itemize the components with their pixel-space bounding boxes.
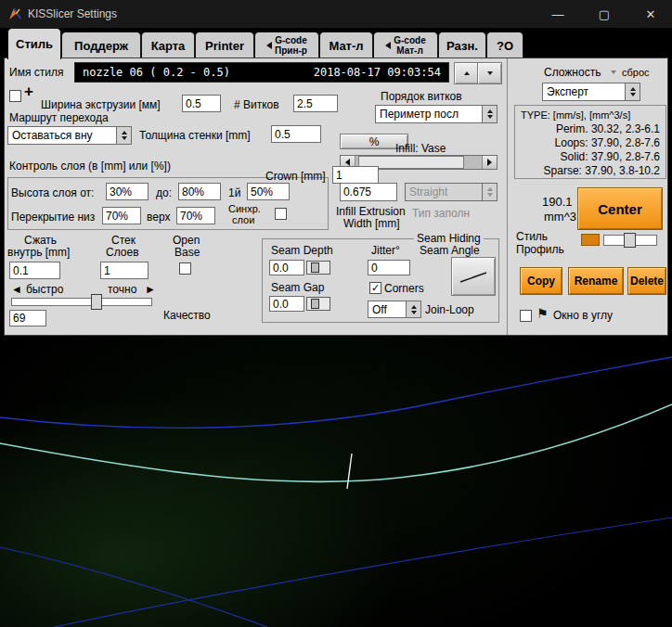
seam-gap-slider[interactable]: [306, 297, 330, 311]
corner-window-checkbox[interactable]: [520, 310, 532, 322]
num-loops-label: # Витков: [234, 98, 279, 111]
tab-partial[interactable]: ?О: [486, 32, 523, 58]
close-button[interactable]: ✕: [629, 0, 672, 28]
layer-to-label: до:: [156, 186, 172, 199]
fine-label: точно: [108, 283, 136, 296]
stack-input[interactable]: [100, 262, 149, 279]
flag-icon: ⚑: [536, 306, 549, 321]
rename-button[interactable]: Rename: [568, 267, 624, 295]
up-arrow-icon: [464, 71, 470, 75]
crown-input[interactable]: [332, 166, 379, 184]
seam-depth-input[interactable]: [269, 260, 304, 275]
tab-style-label: Стиль: [16, 37, 53, 51]
tab-matrix[interactable]: Карта: [141, 32, 195, 58]
corners-checkbox[interactable]: ✓: [369, 282, 381, 294]
infill-extrusion-input[interactable]: [340, 183, 397, 201]
join-loop-combo[interactable]: Off: [368, 301, 421, 318]
tab-style[interactable]: Стиль: [7, 28, 61, 59]
overlap-low-input[interactable]: [102, 207, 141, 224]
jitter-input[interactable]: [368, 260, 410, 275]
style-profile-slider-thumb[interactable]: [624, 233, 636, 248]
overlap-low-label: Перекрытие низ: [11, 211, 95, 224]
jitter-label: Jitter°: [371, 244, 400, 257]
tab-support[interactable]: Поддерж: [61, 32, 141, 58]
extrusion-width-label: Ширина экструзии [мм]: [41, 98, 161, 111]
seam-depth-slider[interactable]: [306, 261, 330, 275]
maximize-button[interactable]: ▢: [583, 0, 626, 28]
quality-slider-thumb[interactable]: [91, 294, 102, 310]
stack-label2: Слоев: [106, 246, 139, 259]
style-name-combo[interactable]: nozzle 06 ( 0.2 - 0.5) 2018-08-17 09:03:…: [74, 62, 449, 83]
tab-misc[interactable]: Разн.: [438, 32, 486, 58]
style-spin-down-button[interactable]: [477, 62, 502, 84]
tab-gcode-printer[interactable]: G-code Прин-р: [254, 32, 319, 58]
tab-matrix-label: Карта: [151, 39, 186, 53]
tab-material[interactable]: Мат-л: [319, 32, 373, 58]
tab-arrow-icon: [385, 42, 391, 49]
fast-arrow-icon[interactable]: ◄: [11, 283, 22, 296]
fast-label: быстро: [26, 283, 63, 296]
join-loop-label: Join-Loop: [425, 303, 474, 316]
combo-arrows-icon: [625, 83, 640, 100]
minimize-button[interactable]: —: [536, 0, 579, 28]
seam-depth-slider-thumb[interactable]: [311, 262, 319, 273]
open-base-label1: Open: [173, 234, 200, 247]
quality-input[interactable]: [9, 310, 46, 326]
app-icon: [7, 6, 22, 21]
extrusion-width-input[interactable]: [182, 95, 221, 112]
style-spin-up-button[interactable]: [454, 62, 479, 84]
quality-slider-track[interactable]: [11, 298, 152, 306]
seam-marker-line: [347, 454, 352, 489]
num-loops-input[interactable]: [293, 95, 338, 112]
infill-extrusion-label2: Width [mm]: [343, 217, 400, 230]
layer-first-label: 1й: [228, 186, 240, 199]
style-name-date: 2018-08-17 09:03:54: [314, 66, 441, 79]
tab-printer[interactable]: Printer: [195, 32, 254, 58]
perimeter-path-blue: [0, 357, 672, 428]
seam-gap-slider-thumb[interactable]: [311, 299, 319, 309]
open-base-checkbox[interactable]: [179, 262, 191, 275]
tab-gcode-printer-line1: G-code: [275, 35, 306, 45]
model-viewport[interactable]: [0, 336, 672, 627]
stats-sparse-line: Sparse: 37.90, 3.8-10.2: [521, 164, 660, 178]
seam-angle-button[interactable]: [451, 257, 496, 296]
infill-type-combo[interactable]: Straight: [405, 183, 498, 201]
layer-first-input[interactable]: [247, 183, 290, 200]
seam-gap-label: Seam Gap: [271, 281, 324, 294]
overlap-high-input[interactable]: [176, 207, 215, 224]
delete-button[interactable]: Delete: [627, 267, 666, 295]
tab-gcode-printer-line2: Прин-р: [275, 45, 307, 56]
layer-to-input[interactable]: [178, 183, 221, 200]
sync-layers-checkbox[interactable]: [275, 208, 287, 220]
tab-gcode-material-line2: Мат-л: [396, 45, 423, 56]
loop-order-label: Порядок витков: [381, 90, 462, 103]
style-profile-indicator: [581, 234, 600, 246]
crown-label: Crown [mm]: [265, 170, 326, 183]
corners-label: Corners: [384, 282, 424, 295]
inset-input[interactable]: [9, 262, 60, 279]
style-name-label: Имя стиля: [9, 66, 63, 79]
rename-button-label: Rename: [575, 275, 618, 288]
add-style-icon[interactable]: +: [24, 83, 33, 101]
style-new-checkbox[interactable]: [9, 90, 21, 102]
join-loop-value: Off: [372, 303, 387, 316]
open-base-label2: Base: [174, 246, 200, 259]
tab-printer-label: Printer: [205, 39, 244, 53]
fine-arrow-icon[interactable]: ►: [145, 283, 156, 296]
layer-from-input[interactable]: [106, 183, 149, 200]
loop-order-combo[interactable]: Периметр посл: [375, 105, 498, 123]
travel-combo[interactable]: Оставаться вну: [7, 126, 132, 145]
wall-thickness-input[interactable]: [271, 125, 321, 143]
layer-from-label: Высота слоя от:: [11, 186, 94, 199]
seam-gap-input[interactable]: [269, 296, 304, 312]
tab-gcode-material[interactable]: G-code Мат-л: [373, 32, 438, 58]
reset-label[interactable]: сброс: [622, 67, 650, 78]
complexity-label: Сложность: [544, 66, 601, 79]
copy-button[interactable]: Copy: [520, 267, 562, 295]
reset-arrow-icon[interactable]: [611, 70, 616, 74]
center-button[interactable]: Center: [577, 187, 663, 230]
scroll-right-icon[interactable]: [482, 156, 497, 169]
lower-path-blue-2: [0, 547, 267, 627]
lower-path-blue-1: [54, 518, 672, 627]
complexity-combo[interactable]: Эксперт: [542, 83, 640, 101]
